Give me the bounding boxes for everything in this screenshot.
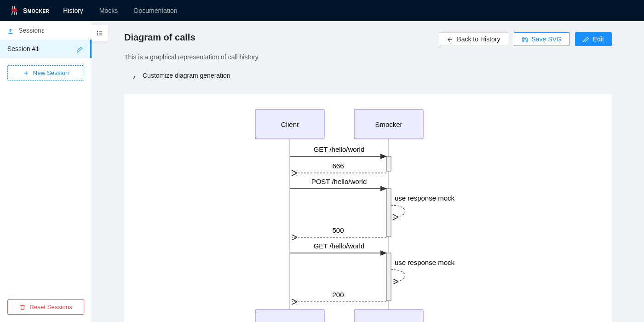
trash-icon — [19, 304, 26, 310]
svg-point-5 — [97, 33, 98, 33]
edit-button[interactable]: Edit — [575, 32, 612, 46]
logo[interactable]: Smocker — [9, 6, 49, 16]
session-item[interactable]: Session #1 — [0, 40, 92, 58]
svg-point-6 — [97, 34, 98, 35]
msg-7: 200 — [332, 291, 344, 299]
customize-collapse[interactable]: Customize diagram generation — [124, 68, 612, 83]
list-icon — [96, 29, 104, 37]
chevron-right-icon — [132, 73, 137, 78]
msg-4: 500 — [332, 226, 344, 234]
navbar: Smocker History Mocks Documentation — [0, 0, 644, 21]
svg-rect-18 — [386, 156, 391, 171]
msg-2: POST /hello/world — [311, 178, 367, 185]
brand-name: Smocker — [23, 7, 49, 14]
diagram-container: Client Smocker GET /hello/world 666 POST… — [124, 94, 612, 322]
participant-client: Client — [281, 121, 299, 128]
sidebar: Sessions Session #1 — [0, 21, 92, 322]
nav-documentation[interactable]: Documentation — [134, 7, 177, 14]
save-svg-label: Save SVG — [532, 35, 562, 43]
sidebar-title: Sessions — [18, 27, 45, 34]
header-actions: Back to History Save SVG — [439, 32, 612, 46]
msg-3: use response mock — [395, 194, 455, 202]
sidebar-header: Sessions — [0, 21, 92, 40]
msg-1: 666 — [332, 162, 344, 170]
list-toggle-button[interactable] — [92, 25, 108, 41]
svg-rect-26 — [255, 310, 324, 322]
msg-5: GET /hello/world — [314, 242, 365, 250]
nav-links: History Mocks Documentation — [63, 7, 177, 14]
collapse-label: Customize diagram generation — [143, 72, 230, 79]
reset-sessions-button[interactable]: Reset Sessions — [7, 299, 84, 315]
svg-rect-27 — [354, 310, 423, 322]
main-content: Diagram of calls Back to History — [92, 21, 644, 322]
sequence-diagram: Client Smocker GET /hello/world 666 POST… — [212, 105, 524, 322]
grill-icon — [9, 6, 19, 16]
pencil-icon — [583, 35, 589, 43]
page-description: This is a graphical representation of ca… — [124, 53, 612, 61]
svg-line-2 — [16, 12, 17, 15]
reset-label: Reset Sessions — [29, 304, 72, 310]
new-session-button[interactable]: New Session — [7, 65, 84, 80]
edit-icon[interactable] — [76, 46, 83, 52]
msg-0: GET /hello/world — [314, 145, 365, 153]
save-svg-button[interactable]: Save SVG — [514, 32, 569, 46]
page-header: Diagram of calls Back to History — [124, 32, 612, 46]
participant-smocker: Smocker — [375, 121, 402, 128]
msg-6: use response mock — [395, 259, 455, 266]
plus-icon — [23, 69, 29, 76]
page-title: Diagram of calls — [124, 32, 196, 43]
session-label: Session #1 — [7, 45, 39, 52]
back-label: Back to History — [457, 35, 500, 43]
edit-label: Edit — [593, 35, 604, 43]
arrow-left-icon — [447, 35, 453, 43]
svg-line-1 — [12, 12, 13, 15]
upload-icon — [7, 27, 14, 34]
back-button[interactable]: Back to History — [439, 32, 508, 46]
svg-rect-24 — [386, 253, 391, 301]
nav-history[interactable]: History — [63, 7, 83, 14]
new-session-label: New Session — [33, 69, 69, 76]
nav-mocks[interactable]: Mocks — [99, 7, 118, 14]
svg-point-4 — [97, 31, 98, 31]
save-icon — [522, 35, 528, 43]
svg-rect-21 — [386, 189, 391, 236]
